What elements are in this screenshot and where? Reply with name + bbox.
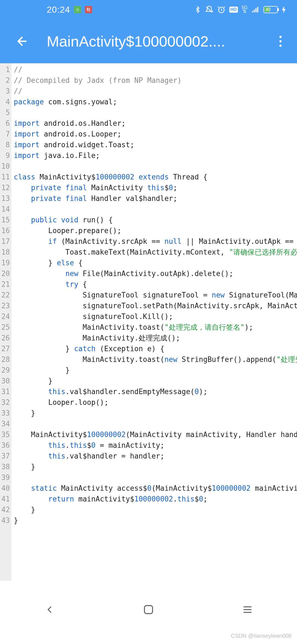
code-line[interactable]: private final Handler val$handler; [14,193,297,204]
code-line[interactable]: } [14,515,297,526]
bluetooth-icon [194,6,201,14]
line-number: 35 [0,429,12,440]
network-type: 5G ⇅ [242,6,248,13]
code-line[interactable]: signatureTool.setPath(MainActivity.srcAp… [14,301,297,311]
code-line[interactable]: } [14,376,297,386]
line-number: 14 [0,204,12,215]
line-number: 29 [0,365,12,376]
line-number: 40 [0,483,12,494]
app-bar: MainActivity$100000002.... [0,19,297,63]
page-title: MainActivity$100000002.... [30,33,272,50]
menu-lines-icon [241,604,254,615]
dnd-icon [205,6,213,14]
code-line[interactable]: static MainActivity access$0(MainActivit… [14,483,297,494]
code-line[interactable] [14,204,297,215]
line-number: 33 [0,408,12,419]
line-number: 23 [0,301,12,311]
code-line[interactable]: Looper.prepare(); [14,225,297,236]
code-line[interactable]: // [14,86,297,97]
code-line[interactable] [14,161,297,172]
code-line[interactable] [14,472,297,483]
line-number: 37 [0,451,12,462]
code-line[interactable]: } [14,462,297,472]
line-number: 9 [0,150,12,161]
traffic-arrows-icon: ⇅ [243,10,246,13]
line-number: 4 [0,97,12,107]
code-line[interactable]: class MainActivity$100000002 extends Thr… [14,172,297,182]
app-badge-green-icon: ☺ [74,6,81,13]
watermark: CSDN @tianseyiwan008 [231,633,292,639]
line-number: 1 [0,64,12,75]
code-line[interactable]: } [14,408,297,419]
line-number: 8 [0,140,12,150]
line-number: 22 [0,290,12,301]
line-number: 6 [0,118,12,129]
code-line[interactable]: public void run() { [14,215,297,225]
code-line[interactable] [14,107,297,118]
nav-home-button[interactable] [140,601,157,618]
code-line[interactable]: Looper.loop(); [14,397,297,408]
status-right: HD 5G ⇅ 40 [194,6,286,14]
code-line[interactable]: package com.signs.yowal; [14,97,297,107]
line-number: 10 [0,161,12,172]
line-number: 17 [0,236,12,247]
code-line[interactable]: import android.widget.Toast; [14,140,297,150]
charging-icon [282,6,286,13]
line-number: 20 [0,268,12,279]
code-line[interactable]: this.this$0 = mainActivity; [14,440,297,451]
line-number: 31 [0,386,12,397]
line-number: 38 [0,462,12,472]
code-line[interactable]: } [14,365,297,376]
line-number: 13 [0,193,12,204]
line-number: 41 [0,494,12,504]
code-line[interactable]: } [14,504,297,515]
line-number: 11 [0,172,12,182]
dots-vertical-icon [279,36,282,38]
code-line[interactable]: MainActivity$100000002(MainActivity main… [14,429,297,440]
line-number: 3 [0,86,12,97]
line-number: 12 [0,182,12,193]
line-number-gutter: 1234567891011121314151617181920212223242… [0,63,12,581]
status-left: 20:24 ☺ 社 [47,5,92,15]
code-line[interactable]: MainActivity.toast("处理完成，请自行签名"); [14,322,297,333]
code-line[interactable]: import android.os.Looper; [14,129,297,140]
line-number: 27 [0,343,12,354]
code-line[interactable]: } catch (Exception e) { [14,343,297,354]
code-line[interactable]: import java.io.File; [14,150,297,161]
line-number: 7 [0,129,12,140]
code-content[interactable]: //// Decompiled by Jadx (from NP Manager… [12,63,297,581]
code-line[interactable]: import android.os.Handler; [14,118,297,129]
code-line[interactable]: try { [14,279,297,290]
line-number: 42 [0,504,12,515]
back-button[interactable] [14,33,30,50]
code-line[interactable]: private final MainActivity this$0; [14,182,297,193]
overflow-menu-button[interactable] [272,33,289,50]
code-line[interactable]: this.val$handler = handler; [14,451,297,462]
line-number: 16 [0,225,12,236]
code-line[interactable]: return mainActivity$100000002.this$0; [14,494,297,504]
line-number: 30 [0,376,12,386]
hd-badge-icon: HD [229,7,238,13]
code-line[interactable]: } else { [14,258,297,268]
code-line[interactable]: if (MainActivity.srcApk == null || MainA… [14,236,297,247]
status-bar: 20:24 ☺ 社 HD 5G ⇅ 40 [0,0,297,19]
nav-back-button[interactable] [41,601,58,618]
code-line[interactable]: MainActivity.toast(new StringBuffer().ap… [14,354,297,365]
code-viewer[interactable]: 1234567891011121314151617181920212223242… [0,63,297,581]
svg-rect-1 [144,605,152,613]
code-line[interactable]: signatureTool.Kill(); [14,311,297,322]
alarm-icon [217,6,226,14]
line-number: 18 [0,247,12,258]
clock: 20:24 [47,5,70,15]
code-line[interactable]: SignatureTool signatureTool = new Signat… [14,290,297,301]
code-line[interactable]: Toast.makeText(MainActivity.mContext, "请… [14,247,297,258]
code-line[interactable]: // [14,64,297,75]
code-line[interactable]: new File(MainActivity.outApk).delete(); [14,268,297,279]
nav-recent-button[interactable] [239,601,256,618]
code-line[interactable]: this.val$handler.sendEmptyMessage(0); [14,386,297,397]
code-line[interactable] [14,419,297,429]
line-number: 21 [0,279,12,290]
code-line[interactable]: // Decompiled by Jadx (from NP Manager) [14,75,297,86]
code-line[interactable]: MainActivity.处理完成(); [14,333,297,343]
line-number: 39 [0,472,12,483]
